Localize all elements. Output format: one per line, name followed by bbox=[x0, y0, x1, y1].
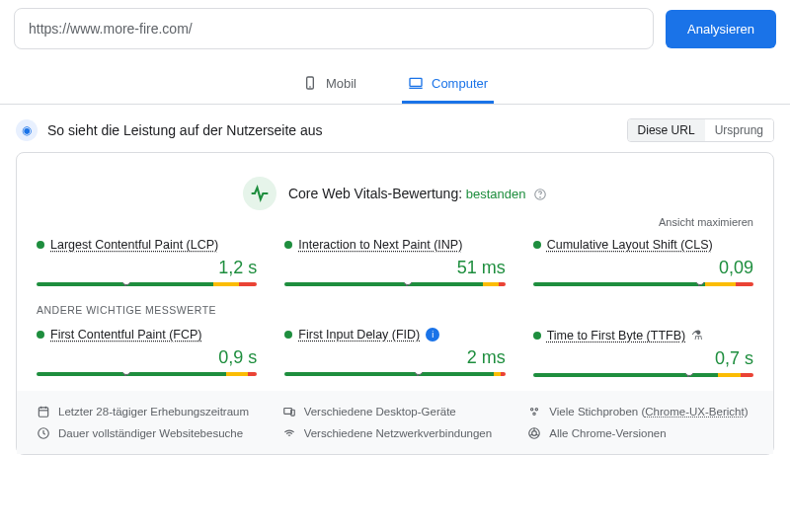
svg-point-12 bbox=[531, 409, 533, 411]
chrome-icon bbox=[527, 426, 541, 440]
metric-inp-bar bbox=[284, 282, 505, 286]
metric-ttfb-name[interactable]: Time to First Byte (TTFB) bbox=[547, 329, 686, 342]
meta-network: Verschiedene Netzwerkverbindungen bbox=[282, 426, 509, 440]
meta-versions: Alle Chrome-Versionen bbox=[527, 426, 753, 440]
svg-point-13 bbox=[535, 409, 537, 411]
source-origin-button[interactable]: Ursprung bbox=[705, 119, 773, 141]
metric-fid-bar bbox=[284, 372, 505, 376]
tab-mobile[interactable]: Mobil bbox=[296, 65, 362, 104]
tab-mobile-label: Mobil bbox=[326, 76, 356, 91]
status-dot bbox=[37, 241, 44, 249]
svg-point-14 bbox=[533, 413, 535, 415]
mobile-icon bbox=[302, 75, 318, 91]
metric-cls: Cumulative Layout Shift (CLS) 0,09 bbox=[533, 238, 753, 286]
meta-devices: Verschiedene Desktop-Geräte bbox=[282, 405, 509, 418]
metric-fid-value: 2 ms bbox=[284, 347, 505, 368]
section-title: So sieht die Leistung auf der Nutzerseit… bbox=[47, 122, 617, 138]
metric-lcp: Largest Contentful Paint (LCP) 1,2 s bbox=[37, 238, 257, 286]
source-toggle: Diese URL Ursprung bbox=[627, 118, 774, 142]
pulse-icon bbox=[243, 177, 276, 210]
metric-fid: First Input Delay (FID) i 2 ms bbox=[284, 328, 505, 377]
crux-link[interactable]: Chrome-UX-Bericht bbox=[645, 406, 744, 418]
clock-icon bbox=[37, 426, 50, 440]
analyze-button[interactable]: Analysieren bbox=[666, 10, 776, 48]
metric-cls-bar bbox=[533, 282, 753, 286]
network-icon bbox=[282, 426, 296, 440]
metric-lcp-value: 1,2 s bbox=[37, 258, 257, 278]
source-url-button[interactable]: Diese URL bbox=[628, 119, 705, 141]
metric-ttfb-value: 0,7 s bbox=[533, 348, 753, 369]
metric-inp: Interaction to Next Paint (INP) 51 ms bbox=[284, 238, 505, 286]
devices-icon bbox=[282, 405, 296, 418]
metric-cls-name[interactable]: Cumulative Layout Shift (CLS) bbox=[547, 238, 713, 252]
meta-samples: Viele Stichproben (Chrome-UX-Bericht) bbox=[527, 405, 753, 418]
help-icon[interactable] bbox=[533, 188, 547, 201]
cwv-status: bestanden bbox=[466, 187, 526, 201]
metric-inp-name[interactable]: Interaction to Next Paint (INP) bbox=[298, 238, 462, 252]
url-input[interactable] bbox=[14, 8, 654, 49]
tab-desktop[interactable]: Computer bbox=[402, 65, 494, 104]
metric-cls-value: 0,09 bbox=[533, 258, 753, 278]
cwv-title: Core Web Vitals-Bewertung: bbox=[288, 186, 462, 201]
status-dot bbox=[37, 331, 44, 339]
metric-fcp: First Contentful Paint (FCP) 0,9 s bbox=[37, 328, 257, 377]
samples-icon bbox=[527, 405, 541, 418]
status-dot bbox=[284, 241, 292, 249]
metric-ttfb: Time to First Byte (TTFB) ⚗ 0,7 s bbox=[533, 328, 753, 377]
info-badge-icon[interactable]: i bbox=[426, 328, 439, 342]
beacon-icon: ◉ bbox=[16, 119, 38, 141]
svg-line-20 bbox=[536, 434, 539, 435]
metric-inp-value: 51 ms bbox=[284, 258, 505, 278]
metric-fcp-bar bbox=[37, 372, 257, 376]
svg-rect-11 bbox=[290, 410, 294, 416]
performance-card: Core Web Vitals-Bewertung: bestanden Ans… bbox=[16, 152, 774, 455]
meta-session: Dauer vollständiger Websitebesuche bbox=[37, 426, 263, 440]
status-dot bbox=[533, 241, 541, 249]
metric-fcp-value: 0,9 s bbox=[37, 347, 257, 368]
svg-line-19 bbox=[530, 434, 533, 435]
flask-icon: ⚗ bbox=[691, 328, 703, 342]
calendar-icon bbox=[37, 405, 50, 418]
metric-lcp-bar bbox=[37, 282, 257, 286]
metric-ttfb-bar bbox=[533, 373, 753, 377]
tab-desktop-label: Computer bbox=[432, 76, 488, 91]
metric-fid-name[interactable]: First Input Delay (FID) bbox=[298, 328, 420, 342]
svg-rect-2 bbox=[410, 78, 422, 86]
desktop-icon bbox=[408, 75, 424, 91]
other-metrics-subhead: ANDERE WICHTIGE MESSWERTE bbox=[37, 304, 753, 316]
status-dot bbox=[284, 331, 292, 339]
metric-lcp-name[interactable]: Largest Contentful Paint (LCP) bbox=[50, 238, 218, 252]
meta-period: Letzter 28-tägiger Erhebungszeitraum bbox=[37, 405, 263, 418]
svg-point-5 bbox=[540, 197, 541, 198]
status-dot bbox=[533, 332, 541, 340]
maximize-link[interactable]: Ansicht maximieren bbox=[37, 216, 753, 228]
svg-rect-6 bbox=[39, 408, 47, 417]
metric-fcp-name[interactable]: First Contentful Paint (FCP) bbox=[50, 328, 202, 342]
